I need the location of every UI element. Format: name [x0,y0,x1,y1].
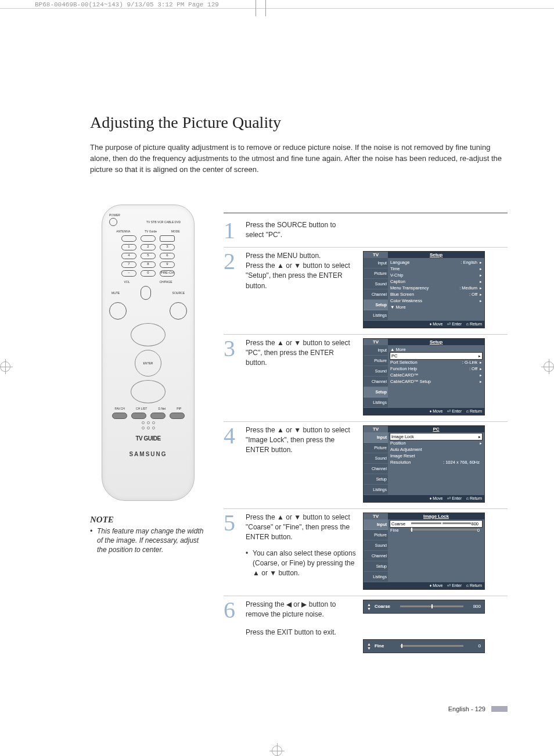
osd-screenshot: TVSetup InputPictureSoundChannelSetupLis… [363,338,485,415]
osd-tab: Channel [364,464,388,474]
step-number: 3 [224,338,239,415]
osd-menu-item: ▼ More [390,304,482,310]
osd-menu-item: CableCARD™ Setup [390,378,482,385]
remote-control-illustration: POWER TV STB VCR CABLE DVD ANTENNATV Gui… [102,205,195,501]
step-3: 3 Press the ▲ or ▼ button to select "PC"… [224,335,508,422]
crop-mark-top [256,0,266,16]
step-5: 5 Press the ▲ or ▼ button to select "Coa… [224,509,508,596]
note-body: This feature may change the width of the… [90,526,206,555]
intro-paragraph: The purpose of picture quality adjustmen… [90,142,508,175]
step-instruction: Press the ▲ or ▼ button to select "PC", … [246,338,356,415]
osd-tab: Channel [364,289,388,300]
osd-tab: Listings [364,572,388,582]
osd-tab: Sound [364,453,388,464]
osd-tab: Setup [364,561,388,572]
osd-menu-item: Image Reset [390,453,482,459]
osd-tab: Picture [364,443,388,453]
step-number: 6 [224,600,239,653]
osd-tab: Setup [364,300,388,310]
osd-tab: Picture [364,530,388,540]
osd-menu-item: Resolution: 1024 x 768, 60Hz [390,459,482,465]
step-6: 6 Pressing the ◀ or ▶ button to remove t… [224,596,508,659]
osd-menu-item: Blue Screen: Off [390,291,482,298]
osd-tab: Input [364,258,388,268]
print-header: BP68-00469B-00(124~143) 9/13/05 3:12 PM … [0,0,554,9]
osd-tab: Channel [364,377,388,387]
power-icon [109,218,117,226]
osd-slider-panel: ▲▼ Coarse 800 [363,600,485,614]
osd-menu-item: Position [390,440,482,446]
osd-tab: Input [364,432,388,443]
osd-tab: Setup [364,474,388,485]
osd-menu-item: Time [390,266,482,272]
osd-menu-item: CableCARD™ [390,372,482,378]
osd-tab: Sound [364,279,388,289]
step-2: 2 Press the MENU button.Press the ▲ or ▼… [224,248,508,335]
osd-tab: Channel [364,551,388,561]
osd-tab: Listings [364,397,388,408]
registration-mark-left [0,361,24,372]
osd-menu-item: Menu Transparency: Medium [390,285,482,291]
step-number: 2 [224,251,239,328]
osd-tab: Listings [364,310,388,321]
osd-menu-item: Language: English [390,259,482,266]
step-instruction: Pressing the ◀ or ▶ button to remove the… [246,600,356,653]
osd-menu-item: Caption [390,278,482,285]
osd-tab: Setup [364,387,388,397]
step-instruction: Press the ▲ or ▼ button to select "Image… [246,425,356,503]
osd-screenshot: TVSetup InputPictureSoundChannelSetupLis… [363,251,485,328]
osd-tab: Picture [364,268,388,279]
tvguide-logo: TV GUIDE [109,435,187,442]
osd-menu-item: Fine0 [390,527,482,533]
osd-tab: Sound [364,366,388,377]
samsung-logo: SAMSUNG [109,451,187,457]
osd-slider-panel: ▲▼ Fine 0 [363,639,485,653]
osd-menu-item: ▲ More [390,346,482,353]
osd-menu-item: Auto Adjustment [390,446,482,453]
note-heading: NOTE [90,515,206,525]
osd-screenshot: TVImage Lock InputPictureSoundChannelSet… [363,513,485,590]
step-number: 5 [224,513,239,590]
osd-menu-item: Color Weakness [390,298,482,304]
osd-screenshot: TVPC InputPictureSoundChannelSetupListin… [363,425,485,503]
step-instruction: Press the MENU button.Press the ▲ or ▼ b… [246,251,356,328]
page-footer: English - 129 [90,705,508,712]
osd-tab: Input [364,519,388,530]
step-1: 1 Press the SOURCE button to select "PC"… [224,217,508,248]
osd-tab: Sound [364,540,388,551]
osd-menu-item: Port Selection: G-Link [390,359,482,366]
osd-tab: Picture [364,356,388,366]
step-number: 4 [224,425,239,503]
osd-tab: Listings [364,485,388,495]
registration-mark-right [530,361,554,372]
step-number: 1 [224,220,239,241]
step-4: 4 Press the ▲ or ▼ button to select "Ima… [224,422,508,509]
page-title: Adjusting the Picture Quality [90,113,508,132]
osd-tab: Input [364,345,388,356]
step-instruction: Press the ▲ or ▼ button to select "Coars… [246,513,356,590]
osd-menu-item: V-Chip [390,272,482,278]
osd-menu-item: Function Help: Off [390,366,482,372]
step-instruction: Press the SOURCE button to select "PC". [246,220,356,241]
